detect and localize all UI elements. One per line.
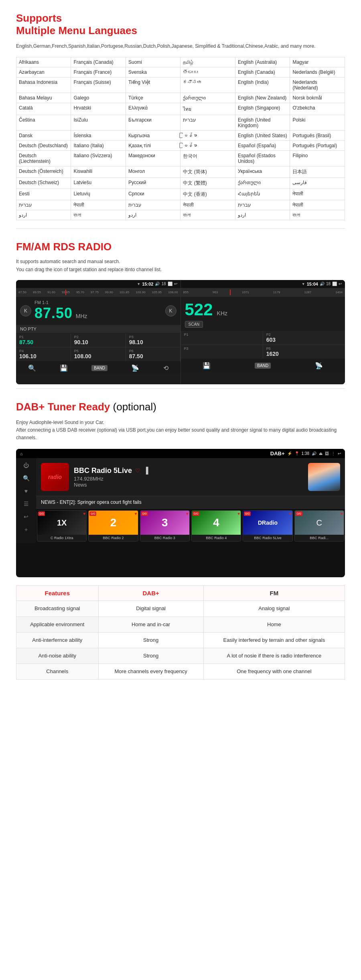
am-wifi-icon[interactable]: 📡 <box>315 362 323 369</box>
dab-back-nav-icon[interactable]: ↩ <box>24 513 28 520</box>
dab-image-icon: 🖼 <box>325 451 329 456</box>
fm-screen: ▼ 15:02 🔊 18 ⬜ ↩ 87.50 89.55 91.60 93.65… <box>16 280 180 384</box>
am-band-icon[interactable]: BAND <box>255 363 271 369</box>
am-preset-p1[interactable]: P1 <box>181 331 263 345</box>
features-row: Anti-interfernce abilityStrongEasily int… <box>16 632 345 648</box>
fm-preset-p4[interactable]: P4 106.10 <box>16 347 71 361</box>
dab-section: DAB+ Tuner Ready (optional) Enjoy Audiop… <box>0 389 361 688</box>
fm-preset-p3[interactable]: P3 98.10 <box>126 333 180 347</box>
am-scan-button[interactable]: SCAN <box>185 321 203 328</box>
fm-save-icon[interactable]: 💾 <box>60 364 68 372</box>
dab-power-icon[interactable]: ⏻ <box>23 462 29 469</box>
dab-menu-icon[interactable]: ⋮ <box>331 451 335 456</box>
lang-table-cell: नेपाली <box>71 200 126 210</box>
am-preset-p2[interactable]: P2 603 <box>263 331 345 345</box>
dab-news-ticker: NEWS - ENT[2]: Springer opera court figh… <box>36 496 345 509</box>
dab-value-cell: More channels every frequency <box>98 664 203 680</box>
lang-table-cell: Português (Brasil) <box>290 131 345 141</box>
dab-card-name-3: BBC Radio 3 <box>140 535 189 541</box>
dab-back-icon[interactable]: ↩ <box>338 451 341 456</box>
features-header-row: Features DAB+ FM <box>16 586 345 601</box>
lang-table-cell: தமிழ் <box>180 57 235 67</box>
dab-card-name-2: BBC Radio 2 <box>89 535 138 541</box>
lang-table-cell: తెలుగు <box>180 67 235 77</box>
dab-heart-icon[interactable]: ♥ <box>24 488 28 494</box>
lang-table-cell: Türkçe <box>126 93 180 103</box>
dab-station-card-5[interactable]: 0/0 ♥ DRadio BBC Radio 5Live <box>243 510 292 542</box>
fm-pty: NO PTY <box>16 325 180 333</box>
lang-table-cell: မြန်မာ <box>180 131 235 141</box>
am-main: 522 KHz SCAN <box>181 297 345 331</box>
dab-now-playing: radio BBC Radio 5Live ♡ ▐ 174.928MHz New… <box>36 458 345 496</box>
dab-list-icon[interactable]: ☰ <box>24 501 29 507</box>
lang-table-row: DanskÍslenskaКыргызчаမြန်မာEnglish (Unit… <box>16 131 345 141</box>
am-freq-bar: 855 963 1071 1179 1287 1404 <box>181 288 345 297</box>
radio-description: It supports automatic search and manual … <box>16 258 345 273</box>
fm-preset-p1[interactable]: P1 87.50 <box>16 333 71 347</box>
dab-title-normal: (optional) <box>110 401 156 413</box>
fm-time: 15:02 <box>142 282 153 286</box>
lang-table-cell: Latviešu <box>71 178 126 189</box>
fm-preset-p2[interactable]: P2 90.10 <box>71 333 126 347</box>
am-save-icon[interactable]: 💾 <box>203 362 211 369</box>
dab-left-nav: ⏻ 🔍 ♥ ☰ ↩ + <box>16 458 36 543</box>
am-preset-p3[interactable]: P3 <box>181 345 263 359</box>
dab-header-title-label: DAB+ <box>270 450 285 457</box>
lang-table-cell: 中文 (香港) <box>180 189 235 200</box>
features-row: ChannelsMore channels every frequencyOne… <box>16 664 345 680</box>
fm-preset-p5[interactable]: P5 108.00 <box>71 347 126 361</box>
dab-station-logo: radio <box>41 463 69 491</box>
fm-loop-icon[interactable]: ⟲ <box>163 364 168 372</box>
am-preset-p5[interactable]: P5 1620 <box>263 345 345 359</box>
languages-description: English,German,French,Spanish,Italian,Po… <box>16 43 345 50</box>
dab-station-card-2[interactable]: 0/0 ♥ 2 BBC Radio 2 <box>88 510 138 542</box>
am-station-info: 522 KHz SCAN <box>185 300 341 328</box>
lang-table-cell: עברית <box>126 200 180 210</box>
lang-table-cell: ქართული <box>180 93 235 103</box>
dab-station-card-4[interactable]: 0/0 ♥ 4 BBC Radio 4 <box>191 510 241 542</box>
fm-freq-bar: 87.50 89.55 91.60 93.65 95.70 97.75 99.8… <box>16 288 180 297</box>
lang-table-cell: বাংলা <box>71 210 126 220</box>
lang-table-cell: Français (Suisse) <box>71 77 126 93</box>
lang-table-cell: Hrvatski <box>71 103 126 115</box>
lang-table-cell: Galego <box>71 93 126 103</box>
dab-usb-icon: ⚡ <box>287 451 292 456</box>
lang-table-cell: עברית <box>16 200 71 210</box>
lang-table-cell: English (United States) <box>235 131 290 141</box>
dab-eject-icon: ⏏ <box>319 451 322 456</box>
lang-table-cell: Kiswahili <box>71 166 126 178</box>
fm-preset-p6[interactable]: P6 87.50 <box>126 347 180 361</box>
fm-unit: MHz <box>76 313 87 319</box>
lang-table-cell: Italiano (Italia) <box>71 141 126 151</box>
dab-station-type: News <box>74 482 303 488</box>
lang-table-cell: Magyar <box>290 57 345 67</box>
lang-table-cell: Tiếng Việt <box>126 77 180 93</box>
lang-table-cell: Afrikaans <box>16 57 71 67</box>
fm-wifi-icon[interactable]: 📡 <box>131 364 139 372</box>
dab-station-card-3[interactable]: 0/0 ♥ 3 BBC Radio 3 <box>140 510 190 542</box>
feature-name-cell: Broadcasting signal <box>16 601 99 617</box>
dab-station-card-1[interactable]: 0/0 ♥ 1X C Radio 1Xtra <box>37 510 87 542</box>
dab-plus-icon[interactable]: + <box>24 526 28 533</box>
dab-value-cell: Digital signal <box>98 601 203 617</box>
dab-card-name-1: C Radio 1Xtra <box>37 535 86 541</box>
dab-favorite-icon[interactable]: ♡ <box>135 467 140 474</box>
lang-table-cell: Lietuvių <box>71 189 126 200</box>
lang-table-cell: Ελληνικά <box>126 103 180 115</box>
dab-search-icon[interactable]: 🔍 <box>23 475 30 481</box>
dab-card-name-6: BBC Radi... <box>295 535 344 541</box>
fm-value-cell: Home <box>203 617 345 632</box>
dab-home-icon: ⌂ <box>20 451 23 456</box>
dab-card-img-5: 0/0 ♥ DRadio <box>243 511 292 535</box>
languages-section: Supports Multiple Menu Languaes English,… <box>0 0 361 228</box>
fm-prev-button[interactable]: K <box>20 305 31 317</box>
dab-station-card-6[interactable]: 0/0 ♥ C BBC Radi... <box>294 510 344 542</box>
features-row: Broadcasting signalDigital signalAnalog … <box>16 601 345 617</box>
dab-card-img-6: 0/0 ♥ C <box>295 511 344 535</box>
fm-next-button[interactable]: K <box>165 305 176 317</box>
fm-band-icon[interactable]: BAND <box>91 365 107 371</box>
lang-table-cell: नेपाली <box>290 200 345 210</box>
fm-search-icon[interactable]: 🔍 <box>28 364 36 372</box>
dab-station-freq: 174.928MHz <box>74 476 303 482</box>
dab-card-name-5: BBC Radio 5Live <box>243 535 292 541</box>
